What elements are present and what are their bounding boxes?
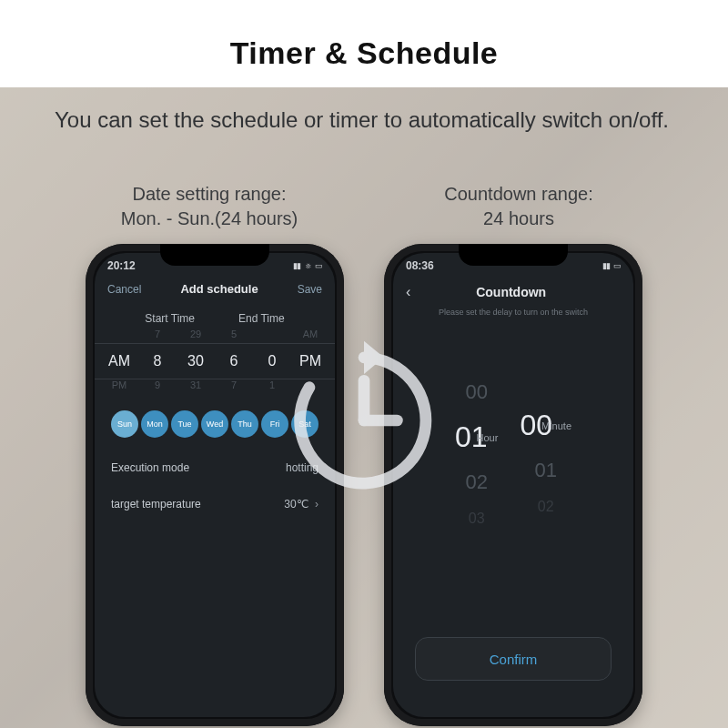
- signal-icon: ▮▮: [602, 261, 610, 270]
- execution-mode-label: Execution mode: [111, 461, 189, 474]
- caption-line: Countdown range:: [444, 184, 592, 204]
- wifi-icon: ⨳: [304, 261, 311, 270]
- screen-countdown: 08:36 ▮▮ ▭ ‹ Countdown Please set the de…: [393, 253, 633, 717]
- page-subtitle: You can set the schedule or timer to aut…: [55, 106, 673, 135]
- screen-title: Add schedule: [180, 282, 258, 296]
- picker-start-hour[interactable]: 8: [146, 353, 169, 369]
- row-execution-mode[interactable]: Execution mode hotting: [95, 461, 335, 474]
- row-target-temperature[interactable]: target temperature 30℃ ›: [95, 498, 335, 511]
- confirm-button[interactable]: Confirm: [415, 637, 612, 681]
- execution-mode-value: hotting: [286, 461, 318, 474]
- countdown-picker[interactable]: 00 01 Hour 02 03 00 Minute 01 02: [393, 380, 633, 527]
- phone-notch: [160, 244, 269, 266]
- status-time: 20:12: [107, 259, 136, 272]
- battery-icon: ▭: [315, 261, 322, 270]
- minute-wheel[interactable]: 00 Minute 01 02: [520, 392, 571, 515]
- hour-wheel[interactable]: 00 01 Hour 02 03: [455, 380, 498, 527]
- picker-end-hour[interactable]: 6: [222, 353, 246, 369]
- target-temperature-label: target temperature: [111, 498, 201, 511]
- picker-row-below: PM 9 31 7 1: [95, 379, 335, 390]
- minute-unit: Minute: [541, 420, 571, 431]
- status-icons: ▮▮ ▭: [602, 261, 621, 270]
- picker-row-above: 7 29 5 AM: [95, 329, 335, 339]
- caption-schedule: Date setting range: Mon. - Sun.(24 hours…: [55, 182, 364, 231]
- phone-notch: [459, 244, 568, 266]
- picker-pm[interactable]: PM: [298, 353, 322, 369]
- screen-header: Cancel Add schedule Save: [95, 273, 335, 301]
- status-icons: ▮▮ ⨳ ▭: [293, 261, 322, 270]
- picker-end-min[interactable]: 0: [260, 353, 284, 369]
- cancel-button[interactable]: Cancel: [107, 283, 141, 296]
- day-wed[interactable]: Wed: [201, 410, 228, 438]
- caption-line: Date setting range:: [133, 184, 287, 204]
- screen-header: ‹ Countdown: [393, 273, 633, 304]
- picker-start-min[interactable]: 30: [184, 353, 207, 369]
- start-time-label: Start Time: [145, 312, 195, 325]
- day-sat[interactable]: Sat: [291, 410, 318, 438]
- caption-line: 24 hours: [483, 208, 554, 228]
- time-picker[interactable]: AM 8 30 6 0 PM: [95, 343, 335, 379]
- time-column-headers: Start Time End Time: [95, 312, 335, 325]
- page-title: Timer & Schedule: [230, 35, 499, 71]
- day-thu[interactable]: Thu: [231, 410, 258, 438]
- caption-countdown: Countdown range: 24 hours: [364, 182, 673, 231]
- screen-schedule: 20:12 ▮▮ ⨳ ▭ Cancel Add schedule Save St…: [95, 253, 335, 717]
- day-selector[interactable]: Sun Mon Tue Wed Thu Fri Sat: [95, 410, 335, 438]
- end-time-label: End Time: [238, 312, 285, 325]
- save-button[interactable]: Save: [298, 283, 322, 296]
- target-temperature-value: 30℃: [284, 498, 308, 511]
- chevron-right-icon: ›: [315, 498, 318, 511]
- phone-countdown: 08:36 ▮▮ ▭ ‹ Countdown Please set the de…: [384, 244, 642, 726]
- status-time: 08:36: [406, 259, 434, 272]
- hour-unit: Hour: [477, 432, 499, 443]
- picker-am[interactable]: AM: [107, 353, 131, 369]
- day-mon[interactable]: Mon: [141, 410, 168, 438]
- day-tue[interactable]: Tue: [171, 410, 198, 438]
- signal-icon: ▮▮: [293, 261, 300, 270]
- battery-icon: ▭: [613, 261, 621, 270]
- day-fri[interactable]: Fri: [261, 410, 288, 438]
- screen-title: Countdown: [401, 285, 621, 299]
- caption-line: Mon. - Sun.(24 hours): [121, 208, 298, 228]
- phone-schedule: 20:12 ▮▮ ⨳ ▭ Cancel Add schedule Save St…: [86, 244, 344, 726]
- day-sun[interactable]: Sun: [111, 410, 138, 438]
- countdown-hint: Please set the delay to turn on the swit…: [393, 308, 633, 317]
